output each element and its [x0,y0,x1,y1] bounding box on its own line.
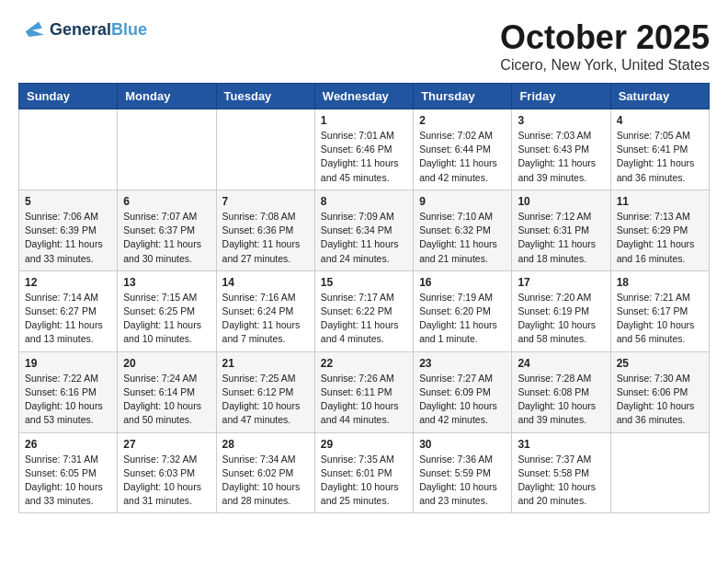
calendar-cell: 25Sunrise: 7:30 AM Sunset: 6:06 PM Dayli… [610,351,709,432]
title-block: October 2025 Cicero, New York, United St… [500,18,710,74]
calendar-cell: 4Sunrise: 7:05 AM Sunset: 6:41 PM Daylig… [610,109,709,190]
weekday-header: Friday [512,84,610,109]
calendar-cell: 23Sunrise: 7:27 AM Sunset: 6:09 PM Dayli… [414,351,512,432]
location: Cicero, New York, United States [500,57,710,74]
day-number: 27 [123,438,210,451]
calendar-week-row: 19Sunrise: 7:22 AM Sunset: 6:16 PM Dayli… [19,351,710,432]
day-info: Sunrise: 7:37 AM Sunset: 5:58 PM Dayligh… [518,453,604,509]
calendar-cell: 31Sunrise: 7:37 AM Sunset: 5:58 PM Dayli… [512,432,610,513]
day-number: 2 [419,114,506,127]
calendar-cell: 2Sunrise: 7:02 AM Sunset: 6:44 PM Daylig… [414,109,512,190]
day-info: Sunrise: 7:10 AM Sunset: 6:32 PM Dayligh… [419,210,506,266]
calendar-cell: 8Sunrise: 7:09 AM Sunset: 6:34 PM Daylig… [314,190,413,270]
calendar-cell: 18Sunrise: 7:21 AM Sunset: 6:17 PM Dayli… [610,270,709,351]
day-number: 15 [321,276,407,289]
day-number: 31 [518,438,604,451]
calendar-week-row: 12Sunrise: 7:14 AM Sunset: 6:27 PM Dayli… [19,270,710,351]
weekday-header: Sunday [19,84,118,109]
day-info: Sunrise: 7:06 AM Sunset: 6:39 PM Dayligh… [25,210,111,266]
calendar-cell: 14Sunrise: 7:16 AM Sunset: 6:24 PM Dayli… [216,270,314,351]
calendar-cell: 5Sunrise: 7:06 AM Sunset: 6:39 PM Daylig… [19,190,118,270]
calendar-cell: 7Sunrise: 7:08 AM Sunset: 6:36 PM Daylig… [216,190,314,270]
day-number: 8 [321,195,407,208]
day-info: Sunrise: 7:12 AM Sunset: 6:31 PM Dayligh… [518,210,604,266]
day-info: Sunrise: 7:28 AM Sunset: 6:08 PM Dayligh… [518,372,604,428]
day-info: Sunrise: 7:09 AM Sunset: 6:34 PM Dayligh… [321,210,407,266]
day-number: 3 [518,114,604,127]
day-number: 18 [617,276,703,289]
day-number: 19 [25,357,111,370]
day-number: 26 [25,438,111,451]
day-number: 17 [518,276,604,289]
day-info: Sunrise: 7:26 AM Sunset: 6:11 PM Dayligh… [321,372,407,428]
calendar-cell: 12Sunrise: 7:14 AM Sunset: 6:27 PM Dayli… [19,270,118,351]
day-info: Sunrise: 7:32 AM Sunset: 6:03 PM Dayligh… [123,453,210,509]
calendar-cell: 19Sunrise: 7:22 AM Sunset: 6:16 PM Dayli… [19,351,118,432]
day-number: 7 [222,195,309,208]
calendar-cell: 22Sunrise: 7:26 AM Sunset: 6:11 PM Dayli… [314,351,413,432]
calendar-cell: 9Sunrise: 7:10 AM Sunset: 6:32 PM Daylig… [414,190,512,270]
day-info: Sunrise: 7:34 AM Sunset: 6:02 PM Dayligh… [222,453,309,509]
day-info: Sunrise: 7:19 AM Sunset: 6:20 PM Dayligh… [419,291,506,347]
logo-text: GeneralBlue [50,20,147,40]
day-info: Sunrise: 7:22 AM Sunset: 6:16 PM Dayligh… [25,372,111,428]
calendar-cell: 30Sunrise: 7:36 AM Sunset: 5:59 PM Dayli… [414,432,512,513]
calendar-cell: 3Sunrise: 7:03 AM Sunset: 6:43 PM Daylig… [512,109,610,190]
day-info: Sunrise: 7:20 AM Sunset: 6:19 PM Dayligh… [518,291,604,347]
calendar-cell: 28Sunrise: 7:34 AM Sunset: 6:02 PM Dayli… [216,432,314,513]
calendar-cell: 1Sunrise: 7:01 AM Sunset: 6:46 PM Daylig… [314,109,413,190]
day-info: Sunrise: 7:01 AM Sunset: 6:46 PM Dayligh… [321,129,407,185]
calendar-cell: 15Sunrise: 7:17 AM Sunset: 6:22 PM Dayli… [314,270,413,351]
day-info: Sunrise: 7:13 AM Sunset: 6:29 PM Dayligh… [617,210,703,266]
page-header: GeneralBlue October 2025 Cicero, New Yor… [18,18,710,74]
day-info: Sunrise: 7:21 AM Sunset: 6:17 PM Dayligh… [617,291,703,347]
day-info: Sunrise: 7:27 AM Sunset: 6:09 PM Dayligh… [419,372,506,428]
day-info: Sunrise: 7:30 AM Sunset: 6:06 PM Dayligh… [617,372,703,428]
calendar-cell: 10Sunrise: 7:12 AM Sunset: 6:31 PM Dayli… [512,190,610,270]
month-title: October 2025 [500,18,710,57]
weekday-header: Saturday [610,84,709,109]
calendar-cell: 26Sunrise: 7:31 AM Sunset: 6:05 PM Dayli… [19,432,118,513]
weekday-header: Tuesday [216,84,314,109]
day-number: 9 [419,195,506,208]
weekday-header: Monday [118,84,216,109]
calendar-cell: 11Sunrise: 7:13 AM Sunset: 6:29 PM Dayli… [610,190,709,270]
day-number: 23 [419,357,506,370]
day-number: 28 [222,438,309,451]
day-number: 29 [321,438,407,451]
day-info: Sunrise: 7:35 AM Sunset: 6:01 PM Dayligh… [321,453,407,509]
day-number: 5 [25,195,111,208]
calendar-cell [19,109,118,190]
day-number: 11 [617,195,703,208]
day-info: Sunrise: 7:05 AM Sunset: 6:41 PM Dayligh… [617,129,703,185]
day-number: 13 [123,276,210,289]
day-info: Sunrise: 7:14 AM Sunset: 6:27 PM Dayligh… [25,291,111,347]
svg-marker-0 [26,22,44,37]
day-info: Sunrise: 7:24 AM Sunset: 6:14 PM Dayligh… [123,372,210,428]
calendar-week-row: 5Sunrise: 7:06 AM Sunset: 6:39 PM Daylig… [19,190,710,270]
logo-icon [18,18,46,41]
day-number: 25 [617,357,703,370]
day-number: 30 [419,438,506,451]
calendar-cell [610,432,709,513]
weekday-header: Thursday [414,84,512,109]
calendar-cell: 29Sunrise: 7:35 AM Sunset: 6:01 PM Dayli… [314,432,413,513]
day-info: Sunrise: 7:07 AM Sunset: 6:37 PM Dayligh… [123,210,210,266]
day-info: Sunrise: 7:03 AM Sunset: 6:43 PM Dayligh… [518,129,604,185]
day-number: 16 [419,276,506,289]
day-info: Sunrise: 7:08 AM Sunset: 6:36 PM Dayligh… [222,210,309,266]
day-info: Sunrise: 7:25 AM Sunset: 6:12 PM Dayligh… [222,372,309,428]
calendar-cell: 16Sunrise: 7:19 AM Sunset: 6:20 PM Dayli… [414,270,512,351]
calendar-cell [216,109,314,190]
day-info: Sunrise: 7:15 AM Sunset: 6:25 PM Dayligh… [123,291,210,347]
calendar-week-row: 26Sunrise: 7:31 AM Sunset: 6:05 PM Dayli… [19,432,710,513]
calendar-week-row: 1Sunrise: 7:01 AM Sunset: 6:46 PM Daylig… [19,109,710,190]
day-info: Sunrise: 7:02 AM Sunset: 6:44 PM Dayligh… [419,129,506,185]
calendar-cell: 21Sunrise: 7:25 AM Sunset: 6:12 PM Dayli… [216,351,314,432]
day-number: 22 [321,357,407,370]
day-number: 24 [518,357,604,370]
calendar-cell: 17Sunrise: 7:20 AM Sunset: 6:19 PM Dayli… [512,270,610,351]
day-number: 6 [123,195,210,208]
day-number: 4 [617,114,703,127]
calendar-table: SundayMondayTuesdayWednesdayThursdayFrid… [18,83,710,513]
